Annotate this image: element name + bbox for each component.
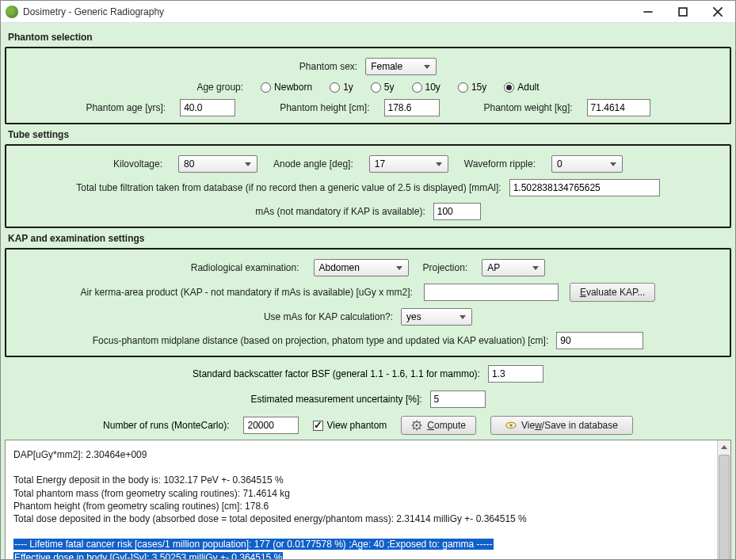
window-title: Dosimetry - Generic Radiography [23,6,631,17]
exam-label: Radiological examination: [191,262,299,273]
view-phantom-check[interactable]: View phantom [313,420,387,431]
chevron-down-icon [530,262,541,273]
eye-icon [505,420,517,431]
phantom-age-label: Phantom age [yrs]: [86,102,166,113]
close-button[interactable] [700,1,735,23]
chevron-down-icon [433,158,444,170]
kv-combo[interactable]: 80 [178,155,257,173]
anode-combo[interactable]: 17 [369,155,448,173]
fpd-label: Focus-phantom midplane distance (based o… [93,335,548,346]
phantom-height-label: Phantom height [cm]: [280,102,369,113]
kv-label: Kilovoltage: [113,158,162,170]
minimize-button[interactable] [631,1,665,23]
svg-point-15 [509,424,513,427]
mas-input[interactable] [433,203,481,220]
exam-combo[interactable]: Abdomen [314,259,409,276]
content-area: Phantom selection Phantom sex: Female Ag… [1,23,735,559]
radio-5y[interactable]: 5y [371,82,395,93]
evaluate-kap-button[interactable]: Evaluate KAP... [570,283,656,302]
chevron-down-icon [394,262,405,273]
chevron-down-icon [457,311,468,322]
anode-label: Anode angle [deg]: [273,158,353,170]
phantom-weight-label: Phantom weight [kg]: [484,102,573,113]
radio-1y[interactable]: 1y [330,82,353,93]
ripple-combo[interactable]: 0 [551,155,623,173]
log-pane: DAP[uGy*mm2]: 2.30464e+009 Total Energy … [5,440,731,559]
log-text[interactable]: DAP[uGy*mm2]: 2.30464e+009 Total Energy … [6,440,717,559]
runs-label: Number of runs (MonteCarlo): [103,420,229,431]
phantom-section-header: Phantom selection [8,32,731,43]
log-scrollbar[interactable] [717,440,730,559]
svg-point-5 [416,425,418,427]
phantom-sex-label: Phantom sex: [299,61,357,72]
svg-line-13 [420,421,421,423]
app-window: Dosimetry - Generic Radiography Phantom … [0,0,736,560]
phantom-weight-input[interactable] [587,99,650,116]
radio-adult[interactable]: Adult [504,82,539,93]
gear-icon [411,420,422,431]
proj-label: Projection: [423,262,468,273]
bsf-input[interactable] [488,365,543,383]
usemas-combo[interactable]: yes [401,308,472,326]
runs-input[interactable] [243,417,299,434]
log-highlight-2: Effective dose in body [Gy[-]Sv]: 3.5025… [13,552,283,560]
kap-input[interactable] [424,284,559,301]
kap-label: Air kerma-area product (KAP - not mandat… [81,287,413,298]
tube-section: Kilovoltage: 80 Anode angle [deg]: 17 Wa… [5,144,731,228]
radio-15y[interactable]: 15y [458,82,486,93]
titlebar[interactable]: Dosimetry - Generic Radiography [1,1,735,23]
filtration-input[interactable] [509,179,660,196]
tube-section-header: Tube settings [8,129,731,140]
age-group-label: Age group: [196,82,243,93]
filtration-label: Total tube filtration taken from databas… [76,182,501,193]
proj-combo[interactable]: AP [482,259,545,276]
usemas-label: Use mAs for KAP calculation?: [264,311,393,322]
phantom-section: Phantom sex: Female Age group: Newborn 1… [5,47,731,124]
svg-line-11 [420,428,421,429]
chevron-down-icon [608,158,619,170]
maximize-button[interactable] [665,1,700,23]
svg-line-10 [414,421,415,423]
fpd-input[interactable] [556,332,643,349]
chevron-down-icon [242,158,254,170]
scroll-thumb[interactable] [719,455,730,559]
log-highlight-1: ---- Lifetime fatal cancer risk [cases/1… [13,539,494,550]
mas-label: mAs (not mandatory if KAP is available): [255,206,425,217]
chevron-down-icon [421,61,433,72]
radio-10y[interactable]: 10y [412,82,440,93]
compute-button[interactable]: Compute [401,416,476,435]
unc-label: Estimated measurement uncertainty [%]: [250,394,421,405]
view-save-db-button[interactable]: View/Save in database [490,416,633,435]
phantom-height-input[interactable] [384,99,440,116]
bsf-label: Standard backscatter factor BSF (general… [193,368,480,379]
kap-section: Radiological examination: Abdomen Projec… [5,248,731,357]
svg-rect-1 [679,8,687,16]
phantom-age-input[interactable] [180,99,235,116]
scroll-up-button[interactable] [718,440,730,454]
svg-line-12 [414,428,415,429]
kap-section-header: KAP and examination settings [8,233,731,244]
radio-newborn[interactable]: Newborn [261,82,312,93]
phantom-sex-combo[interactable]: Female [365,58,437,75]
ripple-label: Waveform ripple: [464,158,536,170]
phantom-sex-value: Female [371,61,402,72]
unc-input[interactable] [430,390,486,408]
app-icon [6,6,18,18]
